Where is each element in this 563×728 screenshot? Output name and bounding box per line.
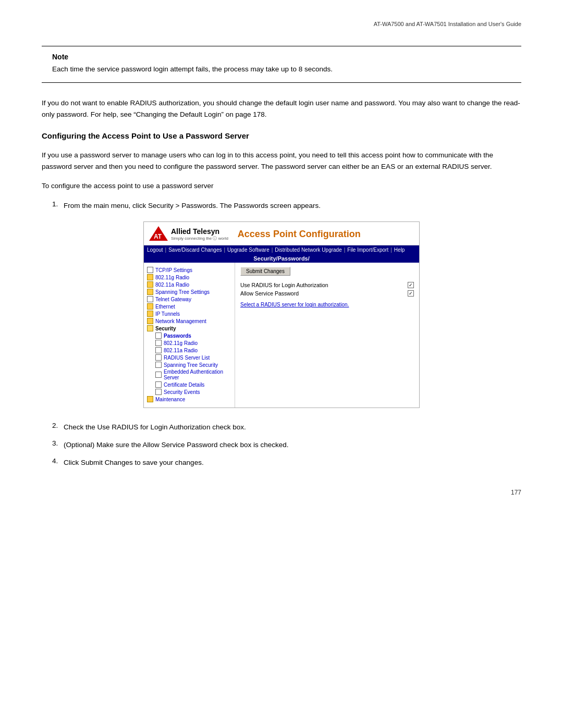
folder-icon xyxy=(147,281,153,288)
folder-icon xyxy=(147,396,153,402)
nav-sep-5: | xyxy=(390,247,392,253)
page-icon xyxy=(155,372,162,378)
submit-changes-button[interactable]: Submit Changes xyxy=(240,267,290,276)
step-2-number: 2. xyxy=(52,422,64,433)
sidebar-label-security-events: Security Events xyxy=(164,389,200,395)
service-password-checkbox[interactable]: ✓ xyxy=(408,290,414,297)
nav-save[interactable]: Save/Discard Changes xyxy=(168,247,222,253)
form-row-radius: Use RADIUS for Login Authorization ✓ xyxy=(240,282,414,288)
radius-checkbox[interactable]: ✓ xyxy=(408,282,414,288)
step-3: 3. (Optional) Make sure the Allow Servic… xyxy=(52,439,521,451)
sidebar-label-80211a: 802.11a Radio xyxy=(155,282,189,288)
sidebar-item-eas[interactable]: Embedded Authentication Server xyxy=(155,369,231,380)
folder-icon xyxy=(147,274,153,280)
sidebar-item-network-mgmt[interactable]: Network Management xyxy=(147,318,231,324)
sidebar-item-telnet[interactable]: Telnet Gateway xyxy=(147,296,231,302)
sidebar-item-security[interactable]: Security xyxy=(147,325,231,331)
page-icon xyxy=(155,340,162,346)
step-2: 2. Check the Use RADIUS for Login Author… xyxy=(52,422,521,433)
sidebar-label-cert: Certificate Details xyxy=(164,382,204,388)
breadcrumb-bar: Security/Passwords/ xyxy=(144,254,419,263)
sidebar: TCP/IP Settings 802.11g Radio 802.11a Ra… xyxy=(144,263,235,408)
sidebar-label-spanning-tree-security: Spanning Tree Security xyxy=(164,362,218,368)
sidebar-label-security-80211g: 802.11g Radio xyxy=(164,340,198,346)
breadcrumb-text: Security/Passwords/ xyxy=(253,255,310,262)
screenshot-container: AT Allied Telesyn Simply connecting the … xyxy=(143,221,420,408)
step-2-text: Check the Use RADIUS for Login Authoriza… xyxy=(64,422,246,433)
sidebar-item-spanning-tree-security[interactable]: Spanning Tree Security xyxy=(155,362,231,368)
page-number: 177 xyxy=(42,489,521,496)
step-1-text: From the main menu, click Security > Pas… xyxy=(64,200,321,212)
folder-icon xyxy=(147,318,153,324)
folder-open-icon xyxy=(147,325,153,331)
ap-logo: AT Allied Telesyn Simply connecting the … xyxy=(149,226,228,242)
sidebar-item-spanning-tree[interactable]: Spanning Tree Settings xyxy=(147,289,231,295)
sidebar-item-80211g[interactable]: 802.11g Radio xyxy=(147,274,231,280)
sidebar-label-ip-tunnels: IP Tunnels xyxy=(155,311,180,317)
sidebar-item-tcpip[interactable]: TCP/IP Settings xyxy=(147,267,231,273)
note-box: Note Each time the service password logi… xyxy=(42,46,521,83)
page-icon xyxy=(155,362,162,368)
sidebar-item-ethernet[interactable]: Ethernet xyxy=(147,303,231,310)
sidebar-item-security-80211a[interactable]: 802.11a Radio xyxy=(155,347,231,353)
folder-icon xyxy=(147,289,153,295)
form-row-service-password: Allow Service Password ✓ xyxy=(240,290,414,297)
sidebar-item-security-80211g[interactable]: 802.11g Radio xyxy=(155,340,231,346)
step-3-number: 3. xyxy=(52,439,64,451)
nav-file-import[interactable]: File Import/Export xyxy=(347,247,388,253)
sidebar-label-ethernet: Ethernet xyxy=(155,304,175,310)
form-label-service-password: Allow Service Password xyxy=(240,290,408,297)
nav-sep-2: | xyxy=(224,247,225,253)
sidebar-label-passwords: Passwords xyxy=(164,333,191,339)
allied-telesyn-logo-icon: AT xyxy=(149,226,168,241)
form-label-radius: Use RADIUS for Login Authorization xyxy=(240,282,408,288)
sidebar-item-passwords[interactable]: Passwords xyxy=(155,332,231,339)
sidebar-item-ip-tunnels[interactable]: IP Tunnels xyxy=(147,311,231,317)
logo-brand: Allied Telesyn xyxy=(171,227,228,236)
step-4-text: Click Submit Changes to save your change… xyxy=(64,457,204,468)
sidebar-label-maintenance: Maintenance xyxy=(155,397,185,402)
folder-icon xyxy=(147,303,153,310)
sidebar-label-spanning-tree: Spanning Tree Settings xyxy=(155,289,210,295)
nav-bar: Logout | Save/Discard Changes | Upgrade … xyxy=(144,245,419,254)
page-icon xyxy=(155,381,162,388)
page-icon xyxy=(155,347,162,353)
note-title: Note xyxy=(52,53,511,61)
step-1: 1. From the main menu, click Security > … xyxy=(52,200,521,212)
radius-server-link[interactable]: Select a RADIUS server for login authori… xyxy=(240,302,414,307)
sidebar-item-80211a[interactable]: 802.11a Radio xyxy=(147,281,231,288)
nav-sep-3: | xyxy=(272,247,273,253)
sidebar-label-eas: Embedded Authentication Server xyxy=(164,369,231,380)
page-icon xyxy=(155,389,162,395)
folder-icon xyxy=(147,311,153,317)
note-text: Each time the service password login att… xyxy=(52,64,511,75)
content-pane: Submit Changes Use RADIUS for Login Auth… xyxy=(235,263,419,408)
sidebar-label-tcpip: TCP/IP Settings xyxy=(155,267,192,273)
section-heading: Configuring the Access Point to Use a Pa… xyxy=(42,131,521,140)
sidebar-label-security: Security xyxy=(155,326,176,331)
body-paragraph: If you do not want to enable RADIUS auth… xyxy=(42,97,521,120)
page-icon xyxy=(147,296,153,302)
nav-sep-4: | xyxy=(344,247,346,253)
nav-help[interactable]: Help xyxy=(394,247,405,253)
sidebar-item-maintenance[interactable]: Maintenance xyxy=(147,396,231,402)
page-icon xyxy=(155,354,162,361)
step-3-text: (Optional) Make sure the Allow Service P… xyxy=(64,439,288,451)
ap-header: AT Allied Telesyn Simply connecting the … xyxy=(144,222,419,245)
step-intro: To configure the access point to use a p… xyxy=(42,180,521,192)
nav-upgrade[interactable]: Upgrade Software xyxy=(227,247,270,253)
ap-title: Access Point Configuration xyxy=(238,229,361,240)
step-1-number: 1. xyxy=(52,200,64,212)
sidebar-item-cert[interactable]: Certificate Details xyxy=(155,381,231,388)
logo-text-block: Allied Telesyn Simply connecting the ⓘ w… xyxy=(171,227,228,241)
sidebar-label-network-mgmt: Network Management xyxy=(155,318,206,324)
sidebar-label-80211g: 802.11g Radio xyxy=(155,275,189,280)
header-title: AT-WA7500 and AT-WA7501 Installation and… xyxy=(374,21,521,27)
sidebar-item-security-events[interactable]: Security Events xyxy=(155,389,231,395)
step-4-number: 4. xyxy=(52,457,64,468)
sidebar-label-telnet: Telnet Gateway xyxy=(155,297,191,302)
logo-subtitle: Simply connecting the ⓘ world xyxy=(171,236,228,241)
nav-logout[interactable]: Logout xyxy=(147,247,163,253)
sidebar-item-radius-list[interactable]: RADIUS Server List xyxy=(155,354,231,361)
nav-distributed[interactable]: Distributed Network Upgrade xyxy=(275,247,341,253)
